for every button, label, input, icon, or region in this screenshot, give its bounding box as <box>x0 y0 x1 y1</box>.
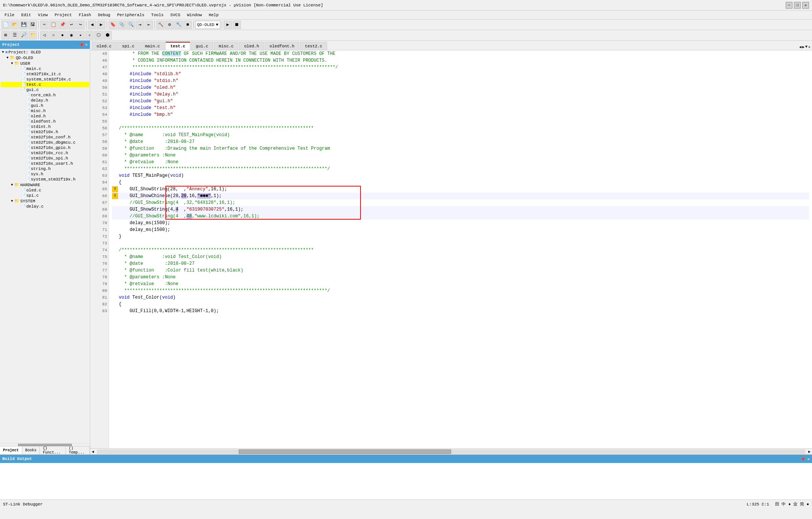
left-panel-close-icon[interactable]: ✕ <box>85 42 88 48</box>
close-button[interactable]: ✕ <box>802 2 809 9</box>
tree-delay-c[interactable]: 📄 delay.c <box>1 204 89 209</box>
tb2-btn12[interactable]: ⬢ <box>103 31 112 39</box>
tb2-btn11[interactable]: ⬡ <box>94 31 103 39</box>
tree-sys-h[interactable]: 📄 sys.h <box>1 171 89 177</box>
tree-gui-c[interactable]: 📄 gui.c <box>1 87 89 93</box>
menu-edit[interactable]: Edit <box>18 12 34 18</box>
nav-fwd[interactable]: ▶ <box>97 21 105 29</box>
tree-stm32-conf[interactable]: 📄 stm32f10x_conf.h <box>1 135 89 140</box>
tree-stm32-it[interactable]: 📄 stm32f10x_it.c <box>1 71 89 77</box>
minimize-button[interactable]: — <box>786 2 792 9</box>
tab-oled-c[interactable]: oled.c <box>92 42 117 50</box>
build-output-pin[interactable]: 📌 <box>800 457 806 461</box>
tree-string-h[interactable]: 📄 string.h <box>1 166 89 171</box>
menu-window[interactable]: Window <box>184 12 205 18</box>
tree-scroll-area[interactable] <box>0 443 90 446</box>
save-all-button[interactable]: 🖫 <box>29 21 37 29</box>
left-tab-books[interactable]: Books <box>22 446 40 454</box>
maximize-button[interactable]: ❐ <box>794 2 801 9</box>
tree-stm32-usart[interactable]: 📄 stm32f10x_usart.h <box>1 161 89 166</box>
horizontal-scrollbar[interactable]: ◀ ▶ <box>90 448 812 454</box>
nav-back[interactable]: ◀ <box>88 21 96 29</box>
menu-svcs[interactable]: SVCS <box>167 12 183 18</box>
tree-core-cm3[interactable]: 📄 core_cm3.h <box>1 93 89 98</box>
tree-system-h[interactable]: 📄 system_stm32f10x.h <box>1 177 89 182</box>
tb2-btn9[interactable]: ✦ <box>76 31 85 39</box>
tree-stdint-h[interactable]: 📄 stdint.h <box>1 124 89 129</box>
hscroll-left-arrow[interactable]: ◀ <box>90 449 95 454</box>
tab-test-c[interactable]: test.c <box>165 42 190 50</box>
tb2-btn3[interactable]: 🔎 <box>20 31 28 39</box>
tree-gui-h[interactable]: 📄 gui.h <box>1 103 89 108</box>
tree-oled-h[interactable]: 📄 oled.h <box>1 114 89 119</box>
build2-btn[interactable]: ⚙ <box>165 21 174 29</box>
tree-spi-c[interactable]: 📄 spi.c <box>1 193 89 198</box>
tab-oled-h[interactable]: oled.h <box>239 42 264 50</box>
tab-misc-c[interactable]: misc.c <box>214 42 239 50</box>
bookmark-btn[interactable]: 🔖 <box>109 21 117 29</box>
tree-stm32-gpio[interactable]: 📄 stm32f10x_gpio.h <box>1 145 89 150</box>
menu-file[interactable]: File <box>2 12 17 18</box>
project-tree[interactable]: ▼ ■ Project: OLED ▼ 📁 QD-OLED ▼ 📁 USER 📄… <box>0 49 90 443</box>
redo-button[interactable]: ↪ <box>76 21 85 29</box>
tb2-btn7[interactable]: ● <box>58 31 67 39</box>
tree-stm32-dbgmcu[interactable]: 📄 stm32f10x_dbgmcu.c <box>1 140 89 145</box>
tree-stm32-rcc[interactable]: 📄 stm32f10x_rcc.h <box>1 150 89 156</box>
tree-system-folder[interactable]: ▼ 📁 SYSTEM <box>1 198 89 204</box>
debug2-btn[interactable]: ⏹ <box>233 21 241 29</box>
tb2-btn8[interactable]: ◉ <box>67 31 76 39</box>
tree-oledfont-h[interactable]: 📄 oledfont.h <box>1 119 89 124</box>
left-panel-pin[interactable]: 📌 <box>79 42 84 48</box>
tree-oled-c[interactable]: 📄 oled.c <box>1 188 89 193</box>
tree-qd-oled[interactable]: ▼ 📁 QD-OLED <box>1 55 89 61</box>
tb2-btn4[interactable]: 📁 <box>29 31 37 39</box>
tab-spi-c[interactable]: spi.c <box>117 42 139 50</box>
menu-help[interactable]: Help <box>206 12 221 18</box>
tab-arrow-right[interactable]: ▶ <box>802 45 804 49</box>
tree-main-c[interactable]: 📄 main.c <box>1 66 89 71</box>
undo-button[interactable]: ↩ <box>67 21 76 29</box>
left-tab-temp[interactable]: () Temp... <box>66 446 90 454</box>
build-output-close[interactable]: ✕ <box>807 457 810 461</box>
stop-btn[interactable]: ■ <box>183 21 192 29</box>
bookmark2-btn[interactable]: 📎 <box>118 21 126 29</box>
tb2-btn6[interactable]: ○ <box>49 31 58 39</box>
tree-misc-h[interactable]: 📄 misc.h <box>1 108 89 114</box>
hscroll-right-arrow[interactable]: ▶ <box>807 449 812 454</box>
tab-close-icon[interactable]: ✕ <box>808 45 810 49</box>
tree-project-root[interactable]: ▼ ■ Project: OLED <box>1 50 89 55</box>
open-button[interactable]: 📂 <box>11 21 19 29</box>
tree-user[interactable]: ▼ 📁 USER <box>1 61 89 66</box>
tab-arrow-down[interactable]: ▼ <box>805 45 807 49</box>
build-output-content[interactable] <box>0 463 812 499</box>
tab-main-c[interactable]: main.c <box>140 42 165 50</box>
tb2-btn5[interactable]: ◁ <box>40 31 48 39</box>
find-btn[interactable]: 🔍 <box>127 21 135 29</box>
cut-button[interactable]: ✂ <box>40 21 48 29</box>
debug-btn[interactable]: ▶ <box>224 21 232 29</box>
rebuild-btn[interactable]: 🔧 <box>174 21 183 29</box>
tab-arrow-left[interactable]: ◀ <box>799 45 801 49</box>
indent-btn[interactable]: ⇥ <box>136 21 144 29</box>
paste-button[interactable]: 📌 <box>58 21 67 29</box>
outdent-btn[interactable]: ⇤ <box>145 21 153 29</box>
tb2-btn2[interactable]: ☰ <box>11 31 19 39</box>
tb2-btn10[interactable]: ✧ <box>85 31 94 39</box>
tb2-btn1[interactable]: ⊞ <box>2 31 10 39</box>
tab-gui-c[interactable]: gui.c <box>191 42 213 50</box>
tree-test-c[interactable]: 📄 test.c <box>1 82 89 87</box>
tree-stm32-spi[interactable]: 📄 stm32f10x_spi.h <box>1 156 89 161</box>
hscroll-track[interactable] <box>97 449 805 454</box>
menu-project[interactable]: Project <box>52 12 75 18</box>
build-btn[interactable]: 🔨 <box>156 21 165 29</box>
new-button[interactable]: 📄 <box>2 21 10 29</box>
save-button[interactable]: 💾 <box>20 21 28 29</box>
left-tab-project[interactable]: Project <box>0 446 22 454</box>
menu-view[interactable]: View <box>35 12 51 18</box>
tree-delay-h[interactable]: 📄 delay.h <box>1 98 89 103</box>
menu-tools[interactable]: Tools <box>148 12 167 18</box>
menu-flash[interactable]: Flash <box>76 12 94 18</box>
target-dropdown[interactable]: QD-OLED ▼ <box>195 21 220 29</box>
code-editor[interactable]: 45 46 47 48 49 50 51 52 53 54 55 56 57 5… <box>90 50 812 448</box>
tree-hardware[interactable]: ▼ 📁 HARDWARE <box>1 182 89 188</box>
